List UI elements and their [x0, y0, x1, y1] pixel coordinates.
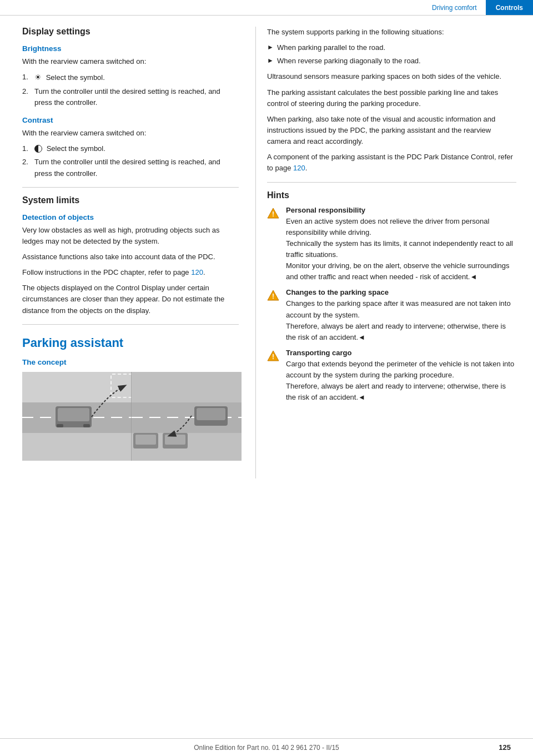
list-item-parallel: ► When parking parallel to the road. [267, 42, 516, 53]
svg-rect-13 [57, 424, 63, 427]
step-num-1: 1. [22, 72, 34, 84]
detection-title: Detection of objects [22, 213, 239, 221]
hints-divider [267, 182, 516, 183]
sun-icon: ☀ [34, 72, 42, 84]
svg-rect-20 [135, 435, 156, 445]
arrow-bullet-1: ► [267, 42, 277, 53]
step-content-1: ☀ Select the symbol. [34, 72, 239, 84]
section-divider [22, 187, 239, 188]
right-intro: The system supports parking in the follo… [267, 27, 516, 38]
pdc-link-left: 120 [191, 268, 203, 276]
arrow-bullet-2: ► [267, 56, 277, 67]
warning-title-2: Changes to the parking space [286, 288, 516, 296]
brightness-section: Brightness With the rearview camera swit… [22, 44, 239, 108]
detection-text-4: The objects displayed on the Control Dis… [22, 283, 239, 316]
warning-triangle-icon-1: ! [267, 207, 279, 219]
hints-title: Hints [267, 190, 516, 200]
contrast-title: Contrast [22, 116, 239, 124]
warning-triangle-icon-3: ! [267, 350, 279, 362]
brightness-step-1: 1. ☀ Select the symbol. [22, 72, 239, 84]
pdc-link-right: 120 [293, 164, 305, 172]
contrast-section: Contrast With the rearview camera switch… [22, 116, 239, 179]
svg-rect-12 [58, 408, 89, 421]
contrast-step-content-2: Turn the controller until the desired se… [34, 157, 239, 179]
warning-text-3a: Cargo that extends beyond the perimeter … [286, 359, 516, 381]
parking-situations-list: ► When parking parallel to the road. ► W… [267, 42, 516, 67]
brightness-title: Brightness [22, 44, 239, 53]
contrast-step-1: 1. Select the symbol. [22, 143, 239, 154]
brightness-intro: With the rearview camera switched on: [22, 56, 239, 67]
svg-rect-24 [197, 408, 225, 420]
parking-illustration [22, 372, 242, 461]
svg-rect-22 [165, 435, 185, 445]
brightness-steps: 1. ☀ Select the symbol. 2. Turn the cont… [22, 72, 239, 108]
header-controls: Controls [486, 0, 533, 15]
warning-content-3: Transporting cargo Cargo that extends be… [286, 349, 516, 404]
warning-text-2a: Changes to the parking space after it wa… [286, 298, 516, 320]
warning-icon-2: ! [267, 289, 281, 303]
svg-text:!: ! [272, 353, 274, 361]
concept-title: The concept [22, 358, 239, 366]
brightness-step-2: 2. Turn the controller until the desired… [22, 86, 239, 108]
right-body-1: Ultrasound sensors measure parking space… [267, 71, 516, 82]
page-header: Driving comfort Controls [0, 0, 533, 16]
contrast-step-2: 2. Turn the controller until the desired… [22, 157, 239, 179]
contrast-step-num-2: 2. [22, 157, 34, 179]
warning-title-3: Transporting cargo [286, 349, 516, 357]
step-content-2: Turn the controller until the desired se… [34, 86, 239, 108]
warning-triangle-icon-2: ! [267, 289, 279, 301]
svg-text:!: ! [272, 293, 274, 300]
step-num-2: 2. [22, 86, 34, 108]
right-body-3: When parking, also take note of the visu… [267, 114, 516, 147]
svg-rect-14 [83, 424, 90, 427]
warning-title-1: Personal responsibility [286, 206, 516, 214]
list-text-1: When parking parallel to the road. [277, 42, 385, 53]
warning-content-2: Changes to the parking space Changes to … [286, 288, 516, 343]
contrast-steps: 1. Select the symbol. 2. Turn the contro… [22, 143, 239, 179]
system-limits-section: System limits Detection of objects Very … [22, 195, 239, 316]
footer-text: Online Edition for Part no. 01 40 2 961 … [194, 744, 339, 752]
warning-box-1: ! Personal responsibility Even an active… [267, 206, 516, 283]
detection-text-2: Assistance functions also take into acco… [22, 251, 239, 263]
warning-text-1a: Even an active system does not relieve t… [286, 216, 516, 238]
warning-icon-3: ! [267, 350, 281, 364]
main-content: Display settings Brightness With the rea… [0, 16, 533, 478]
display-settings-section: Display settings Brightness With the rea… [22, 27, 239, 316]
parking-assistant-title: Parking assistant [22, 336, 239, 350]
warning-icon-1: ! [267, 207, 281, 221]
right-column: The system supports parking in the follo… [256, 27, 533, 478]
parking-image [22, 372, 242, 461]
page-number: 125 [499, 743, 511, 752]
list-text-2: When reverse parking diagonally to the r… [277, 56, 421, 67]
warning-text-1c: Monitor your driving, be on the alert, o… [286, 260, 516, 283]
svg-text:!: ! [272, 210, 274, 218]
left-column: Display settings Brightness With the rea… [0, 27, 255, 478]
contrast-step-content-1: Select the symbol. [34, 143, 239, 154]
contrast-icon [34, 145, 42, 153]
footer: Online Edition for Part no. 01 40 2 961 … [0, 738, 533, 756]
section-divider-2 [22, 324, 239, 325]
right-body-2: The parking assistant calculates the bes… [267, 87, 516, 109]
contrast-intro: With the rearview camera switched on: [22, 128, 239, 139]
warning-text-3b: Therefore, always be alert and ready to … [286, 381, 516, 403]
warning-text-2b: Therefore, always be alert and ready to … [286, 321, 516, 343]
right-body-4: A component of the parking assistant is … [267, 152, 516, 174]
detection-text-1: Very low obstacles as well as high, prot… [22, 225, 239, 247]
contrast-step-num-1: 1. [22, 143, 34, 154]
warning-content-1: Personal responsibility Even an active s… [286, 206, 516, 283]
parking-assistant-section: Parking assistant The concept [22, 336, 239, 461]
list-item-diagonal: ► When reverse parking diagonally to the… [267, 56, 516, 67]
header-driving-comfort: Driving comfort [423, 0, 486, 15]
detection-text-3: Follow instructions in the PDC chapter, … [22, 267, 239, 278]
display-settings-title: Display settings [22, 27, 239, 37]
warning-box-2: ! Changes to the parking space Changes t… [267, 288, 516, 343]
system-limits-title: System limits [22, 195, 239, 205]
warning-text-1b: Technically the system has its limits, i… [286, 238, 516, 260]
warning-box-3: ! Transporting cargo Cargo that extends … [267, 349, 516, 404]
